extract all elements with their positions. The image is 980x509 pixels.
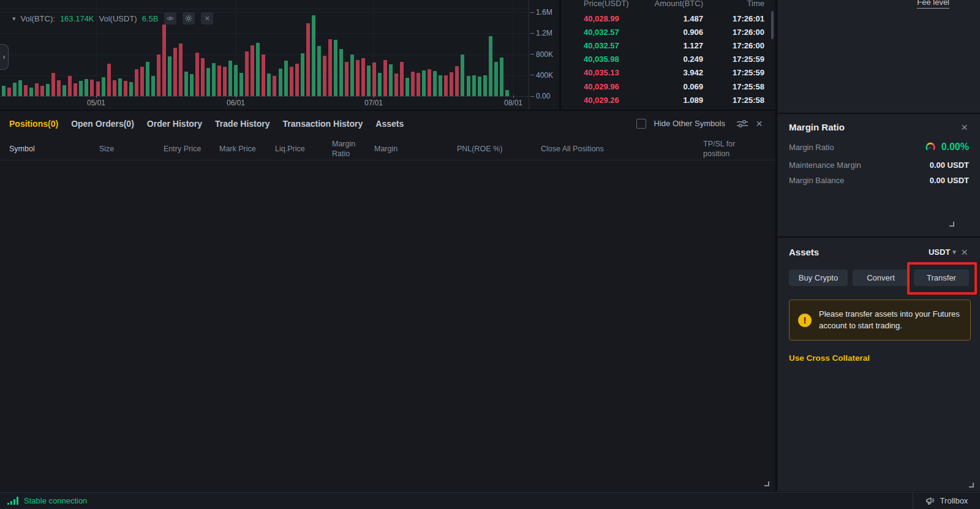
buy-crypto-button[interactable]: Buy Crypto — [789, 270, 848, 286]
volume-bar — [411, 72, 415, 96]
volume-bar — [312, 15, 315, 96]
eye-icon[interactable] — [164, 12, 176, 25]
volume-bar — [455, 66, 459, 96]
volume-bar — [85, 79, 88, 96]
currency-dropdown[interactable]: USDT ▾ — [929, 247, 956, 257]
volume-bar — [323, 56, 326, 96]
volume-bar — [18, 80, 22, 96]
y-tick-label: 0.00 — [530, 92, 550, 100]
right-sidebar: Fee level Margin Ratio × Margin Ratio 0. — [777, 0, 980, 491]
volume-bar — [472, 75, 476, 96]
trades-col-price: Price(USDT) — [584, 0, 642, 8]
trade-row[interactable]: 40,032.570.90617:26:00 — [561, 25, 775, 39]
gauge-icon — [924, 141, 937, 153]
volume-bar — [90, 80, 94, 96]
collapse-sidebar-button[interactable]: › — [0, 44, 9, 70]
use-cross-collateral-link[interactable]: Use Cross Collateral — [789, 353, 870, 363]
tab-open-orders[interactable]: Open Orders(0) — [71, 119, 134, 129]
transfer-button[interactable]: Transfer — [914, 270, 969, 286]
assets-close-icon[interactable]: × — [961, 246, 968, 258]
tab-order-history[interactable]: Order History — [147, 119, 202, 129]
trollbox-button[interactable]: Trollbox — [913, 492, 980, 509]
volume-bar — [256, 43, 260, 96]
volume-bar — [350, 55, 354, 97]
volume-bar — [168, 56, 172, 96]
warning-exclamation-icon: ! — [798, 314, 812, 327]
volume-bar — [24, 85, 28, 96]
transfer-warning-banner: ! Please transfer assets into your Futur… — [789, 300, 971, 341]
tab-assets[interactable]: Assets — [375, 119, 404, 129]
volume-bar — [279, 69, 282, 96]
trade-row[interactable]: 40,029.960.06917:25:58 — [561, 80, 775, 93]
volume-bar — [68, 76, 72, 96]
volume-bar — [212, 63, 216, 96]
volume-bar — [334, 40, 337, 96]
volume-bar — [140, 67, 144, 96]
y-tick-label: 1.6M — [530, 8, 552, 17]
trade-row[interactable]: 40,032.571.12717:26:00 — [561, 39, 775, 52]
layout-settings-icon[interactable] — [737, 119, 748, 128]
volume-bar — [433, 71, 437, 96]
volume-bar — [301, 53, 304, 96]
legend-caret-icon[interactable]: ▾ — [12, 15, 16, 23]
volume-chart-panel: 1.6M1.2M800K400K0.00 05/0106/0107/0108/0… — [0, 0, 559, 110]
x-tick-label: 06/01 — [227, 99, 245, 107]
panel-resize-handle[interactable] — [969, 483, 974, 488]
convert-button[interactable]: Convert — [853, 270, 909, 286]
volume-bar — [417, 73, 420, 96]
trades-col-time: Time — [703, 0, 764, 8]
section-resize-handle[interactable] — [949, 222, 954, 227]
assets-title: Assets — [789, 247, 819, 257]
volume-bar — [273, 76, 276, 96]
volume-bar — [217, 66, 221, 96]
trollbox-label: Trollbox — [940, 496, 968, 505]
volume-bar — [113, 80, 116, 96]
hide-other-symbols-checkbox[interactable] — [636, 119, 646, 129]
volume-bar — [7, 88, 11, 96]
tab-positions[interactable]: Positions(0) — [9, 119, 58, 129]
fee-level-link[interactable]: Fee level — [917, 0, 949, 9]
volume-bar — [46, 84, 50, 96]
volume-bar — [389, 64, 393, 96]
volume-bar — [422, 70, 426, 96]
volume-bar — [394, 74, 398, 96]
trade-row[interactable]: 40,028.991.48717:26:01 — [561, 12, 775, 25]
col-close-all-positions[interactable]: Close All Positions — [541, 145, 604, 153]
margin-balance-value: 0.00 USDT — [930, 176, 969, 185]
volume-bar — [239, 73, 243, 96]
tab-transaction-history[interactable]: Transaction History — [283, 119, 363, 129]
volume-bar — [29, 88, 33, 96]
volume-bar — [51, 73, 55, 96]
y-tick-label: 400K — [530, 71, 553, 80]
volume-bar — [306, 23, 310, 96]
divider — [777, 236, 980, 238]
volume-bar — [40, 86, 44, 96]
trades-scrollbar[interactable] — [771, 11, 774, 39]
volume-bar — [461, 55, 464, 96]
vol-btc-value: 163.174K — [60, 14, 94, 23]
trade-row[interactable]: 40,035.133.94217:25:59 — [561, 66, 775, 80]
trade-row[interactable]: 40,035.980.24917:25:59 — [561, 53, 775, 66]
volume-bar — [367, 66, 371, 96]
volume-bar — [467, 76, 470, 96]
maintenance-margin-value: 0.00 USDT — [930, 160, 969, 170]
col-tpsl: TP/SL for position — [703, 139, 739, 159]
status-bar: Stable connection Trollbox — [0, 492, 980, 509]
panel-resize-handle[interactable] — [764, 481, 769, 486]
volume-bar — [505, 90, 509, 96]
price-axis-line — [529, 0, 529, 110]
col-mark-price: Mark Price — [219, 145, 256, 153]
volume-bar — [74, 83, 77, 96]
volume-bar — [151, 76, 155, 96]
volume-bar — [489, 36, 492, 96]
remove-indicator-icon[interactable]: × — [201, 12, 213, 25]
margin-close-icon[interactable]: × — [961, 121, 968, 133]
volume-bar — [405, 78, 409, 96]
tab-trade-history[interactable]: Trade History — [215, 119, 270, 129]
trade-row[interactable]: 40,029.261.08917:25:58 — [561, 93, 775, 107]
col-margin-ratio: Margin Ratio — [332, 139, 368, 159]
trades-list[interactable]: 40,028.991.48717:26:0140,032.570.90617:2… — [561, 12, 775, 107]
gear-icon[interactable] — [183, 12, 195, 25]
col-liq-price: Liq.Price — [275, 145, 305, 153]
close-panel-icon[interactable]: × — [756, 118, 763, 129]
